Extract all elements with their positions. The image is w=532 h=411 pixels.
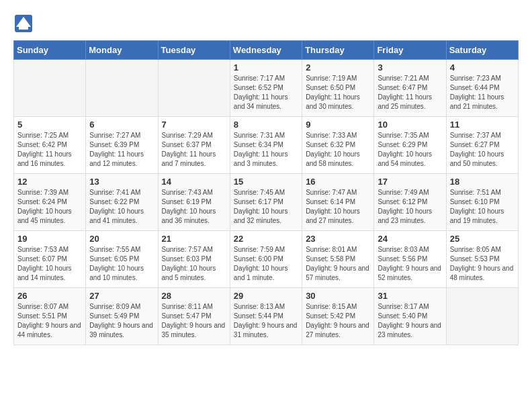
day-number: 12 [17, 177, 82, 187]
week-row-1: 1Sunrise: 7:17 AM Sunset: 6:52 PM Daylig… [14, 60, 519, 117]
calendar-cell: 1Sunrise: 7:17 AM Sunset: 6:52 PM Daylig… [230, 60, 302, 117]
calendar-cell: 9Sunrise: 7:33 AM Sunset: 6:32 PM Daylig… [302, 117, 374, 174]
calendar-cell: 19Sunrise: 7:53 AM Sunset: 6:07 PM Dayli… [14, 231, 86, 288]
day-number: 9 [306, 120, 370, 130]
day-number: 18 [450, 177, 515, 187]
day-info: Sunrise: 7:53 AM Sunset: 6:07 PM Dayligh… [17, 245, 82, 283]
day-number: 7 [162, 120, 226, 130]
calendar-cell: 25Sunrise: 8:05 AM Sunset: 5:53 PM Dayli… [446, 231, 518, 288]
day-info: Sunrise: 7:49 AM Sunset: 6:12 PM Dayligh… [378, 188, 442, 226]
calendar-cell: 28Sunrise: 8:11 AM Sunset: 5:47 PM Dayli… [158, 288, 230, 345]
calendar-cell: 21Sunrise: 7:57 AM Sunset: 6:03 PM Dayli… [158, 231, 230, 288]
day-number: 26 [17, 291, 82, 301]
day-number: 8 [234, 120, 298, 130]
day-header-tuesday: Tuesday [158, 41, 230, 60]
calendar-table: SundayMondayTuesdayWednesdayThursdayFrid… [13, 40, 519, 345]
calendar-cell: 30Sunrise: 8:15 AM Sunset: 5:42 PM Dayli… [302, 288, 374, 345]
day-number: 28 [162, 291, 226, 301]
week-row-2: 5Sunrise: 7:25 AM Sunset: 6:42 PM Daylig… [14, 117, 519, 174]
day-number: 20 [89, 234, 154, 244]
calendar-cell: 14Sunrise: 7:43 AM Sunset: 6:19 PM Dayli… [158, 174, 230, 231]
week-row-4: 19Sunrise: 7:53 AM Sunset: 6:07 PM Dayli… [14, 231, 519, 288]
day-info: Sunrise: 7:27 AM Sunset: 6:39 PM Dayligh… [89, 131, 154, 169]
day-header-sunday: Sunday [14, 41, 86, 60]
day-info: Sunrise: 7:21 AM Sunset: 6:47 PM Dayligh… [378, 74, 442, 111]
calendar-cell: 17Sunrise: 7:49 AM Sunset: 6:12 PM Dayli… [374, 174, 446, 231]
calendar-cell: 23Sunrise: 8:01 AM Sunset: 5:58 PM Dayli… [302, 231, 374, 288]
day-info: Sunrise: 8:07 AM Sunset: 5:51 PM Dayligh… [17, 302, 82, 340]
day-info: Sunrise: 7:43 AM Sunset: 6:19 PM Dayligh… [162, 188, 226, 226]
day-info: Sunrise: 7:23 AM Sunset: 6:44 PM Dayligh… [450, 74, 515, 111]
svg-rect-2 [19, 27, 28, 30]
calendar-cell [446, 288, 518, 345]
page-header [13, 13, 519, 34]
day-info: Sunrise: 8:17 AM Sunset: 5:40 PM Dayligh… [378, 302, 442, 340]
day-number: 4 [450, 62, 515, 73]
logo [13, 13, 36, 34]
day-info: Sunrise: 7:45 AM Sunset: 6:17 PM Dayligh… [234, 188, 298, 226]
day-header-saturday: Saturday [446, 41, 518, 60]
calendar-cell: 11Sunrise: 7:37 AM Sunset: 6:27 PM Dayli… [446, 117, 518, 174]
header-row: SundayMondayTuesdayWednesdayThursdayFrid… [14, 41, 519, 60]
day-info: Sunrise: 7:59 AM Sunset: 6:00 PM Dayligh… [234, 245, 298, 283]
day-number: 14 [162, 177, 226, 187]
day-info: Sunrise: 7:35 AM Sunset: 6:29 PM Dayligh… [378, 131, 442, 169]
calendar-cell: 18Sunrise: 7:51 AM Sunset: 6:10 PM Dayli… [446, 174, 518, 231]
calendar-cell: 12Sunrise: 7:39 AM Sunset: 6:24 PM Dayli… [14, 174, 86, 231]
calendar-cell: 24Sunrise: 8:03 AM Sunset: 5:56 PM Dayli… [374, 231, 446, 288]
day-number: 15 [234, 177, 298, 187]
day-info: Sunrise: 7:37 AM Sunset: 6:27 PM Dayligh… [450, 131, 515, 169]
day-number: 16 [306, 177, 370, 187]
calendar-cell: 8Sunrise: 7:31 AM Sunset: 6:34 PM Daylig… [230, 117, 302, 174]
day-info: Sunrise: 8:11 AM Sunset: 5:47 PM Dayligh… [162, 302, 226, 340]
day-number: 30 [306, 291, 370, 301]
calendar-cell: 13Sunrise: 7:41 AM Sunset: 6:22 PM Dayli… [86, 174, 158, 231]
calendar-cell: 10Sunrise: 7:35 AM Sunset: 6:29 PM Dayli… [374, 117, 446, 174]
day-number: 11 [450, 120, 515, 130]
day-number: 24 [378, 234, 442, 244]
calendar-cell: 7Sunrise: 7:29 AM Sunset: 6:37 PM Daylig… [158, 117, 230, 174]
day-number: 22 [234, 234, 298, 244]
day-info: Sunrise: 8:13 AM Sunset: 5:44 PM Dayligh… [234, 302, 298, 340]
day-info: Sunrise: 7:55 AM Sunset: 6:05 PM Dayligh… [89, 245, 154, 283]
day-number: 27 [89, 291, 154, 301]
day-header-wednesday: Wednesday [230, 41, 302, 60]
day-number: 2 [306, 62, 370, 73]
day-number: 23 [306, 234, 370, 244]
calendar-cell [14, 60, 86, 117]
calendar-cell: 6Sunrise: 7:27 AM Sunset: 6:39 PM Daylig… [86, 117, 158, 174]
calendar-cell: 5Sunrise: 7:25 AM Sunset: 6:42 PM Daylig… [14, 117, 86, 174]
day-number: 1 [234, 62, 298, 73]
day-number: 10 [378, 120, 442, 130]
day-info: Sunrise: 7:25 AM Sunset: 6:42 PM Dayligh… [17, 131, 82, 169]
day-info: Sunrise: 7:19 AM Sunset: 6:50 PM Dayligh… [306, 74, 370, 111]
week-row-5: 26Sunrise: 8:07 AM Sunset: 5:51 PM Dayli… [14, 288, 519, 345]
calendar-cell: 22Sunrise: 7:59 AM Sunset: 6:00 PM Dayli… [230, 231, 302, 288]
calendar-cell: 29Sunrise: 8:13 AM Sunset: 5:44 PM Dayli… [230, 288, 302, 345]
calendar-cell: 4Sunrise: 7:23 AM Sunset: 6:44 PM Daylig… [446, 60, 518, 117]
day-header-thursday: Thursday [302, 41, 374, 60]
day-number: 31 [378, 291, 442, 301]
day-number: 19 [17, 234, 82, 244]
calendar-cell [86, 60, 158, 117]
day-header-friday: Friday [374, 41, 446, 60]
logo-icon [13, 13, 34, 34]
calendar-cell: 26Sunrise: 8:07 AM Sunset: 5:51 PM Dayli… [14, 288, 86, 345]
day-number: 25 [450, 234, 515, 244]
calendar-cell: 31Sunrise: 8:17 AM Sunset: 5:40 PM Dayli… [374, 288, 446, 345]
day-number: 17 [378, 177, 442, 187]
calendar-cell: 27Sunrise: 8:09 AM Sunset: 5:49 PM Dayli… [86, 288, 158, 345]
day-number: 29 [234, 291, 298, 301]
day-number: 3 [378, 62, 442, 73]
day-number: 13 [89, 177, 154, 187]
day-info: Sunrise: 7:47 AM Sunset: 6:14 PM Dayligh… [306, 188, 370, 226]
day-info: Sunrise: 7:41 AM Sunset: 6:22 PM Dayligh… [89, 188, 154, 226]
day-info: Sunrise: 8:09 AM Sunset: 5:49 PM Dayligh… [89, 302, 154, 340]
day-info: Sunrise: 7:31 AM Sunset: 6:34 PM Dayligh… [234, 131, 298, 169]
day-info: Sunrise: 7:57 AM Sunset: 6:03 PM Dayligh… [162, 245, 226, 283]
calendar-cell: 20Sunrise: 7:55 AM Sunset: 6:05 PM Dayli… [86, 231, 158, 288]
day-info: Sunrise: 7:39 AM Sunset: 6:24 PM Dayligh… [17, 188, 82, 226]
day-info: Sunrise: 7:51 AM Sunset: 6:10 PM Dayligh… [450, 188, 515, 226]
day-info: Sunrise: 7:29 AM Sunset: 6:37 PM Dayligh… [162, 131, 226, 169]
day-info: Sunrise: 7:17 AM Sunset: 6:52 PM Dayligh… [234, 74, 298, 111]
